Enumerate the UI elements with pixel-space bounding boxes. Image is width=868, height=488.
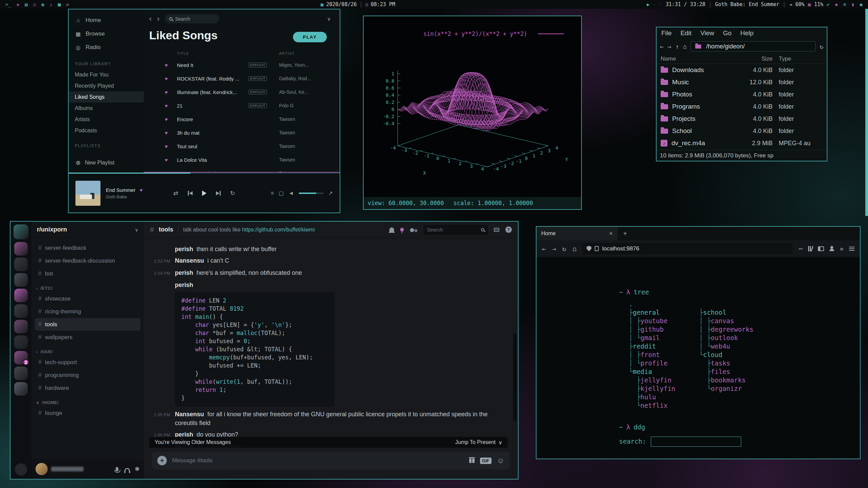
- tree-output-left[interactable]: . ├general │ ├youtube │ ├github │ └gmail…: [629, 300, 675, 410]
- user-menu-caret-icon[interactable]: ∨: [327, 16, 331, 22]
- menu-view[interactable]: View: [700, 29, 714, 37]
- tree-link[interactable]: kjellyfin: [640, 385, 675, 392]
- liked-heart-icon[interactable]: ♥: [140, 187, 143, 193]
- repeat-icon[interactable]: ↻: [230, 190, 235, 197]
- tree-link[interactable]: jellyfin: [640, 376, 671, 384]
- file-row[interactable]: ♪dv_rec.m4a2.9 MiBMPEG-4 au: [657, 137, 827, 149]
- forward-button[interactable]: →: [668, 43, 671, 50]
- topic-link[interactable]: https://github.com/buffet/kiwmi: [242, 227, 315, 232]
- queue-icon[interactable]: ≡: [271, 190, 274, 196]
- column-name[interactable]: Name: [661, 56, 740, 62]
- song-row[interactable]: ♥Tout seulTawsen: [144, 139, 340, 153]
- heart-icon[interactable]: ♥: [165, 76, 177, 82]
- tree-link[interactable]: profile: [640, 359, 667, 367]
- tray-icons[interactable]: ✔◆≋▮◉: [827, 2, 863, 7]
- server-icon[interactable]: [14, 273, 28, 287]
- attach-plus-icon[interactable]: +: [157, 456, 167, 465]
- channel-hardware[interactable]: #hardware: [35, 382, 140, 394]
- heart-icon[interactable]: ♥: [165, 103, 177, 109]
- gif-picker-button[interactable]: GIF: [480, 458, 492, 464]
- help-icon[interactable]: ?: [505, 226, 512, 233]
- file-list-header[interactable]: Name Size Type: [657, 54, 827, 64]
- account-icon[interactable]: [829, 246, 834, 251]
- back-button[interactable]: ←: [660, 43, 664, 50]
- reload-button[interactable]: ↻: [562, 245, 566, 253]
- spotify-search-input[interactable]: Search: [165, 14, 219, 23]
- column-size[interactable]: Size: [740, 56, 779, 62]
- tree-output-right[interactable]: ├school │ ├canvas │ ├degreeworks │ ├outl…: [699, 308, 753, 393]
- sidebar-item-podcasts[interactable]: Podcasts: [69, 125, 144, 136]
- fullscreen-icon[interactable]: ↗: [328, 190, 333, 196]
- viewing-older-messages-bar[interactable]: You're Viewing Older Messages Jump To Pr…: [149, 437, 508, 448]
- server-menu-chevron-icon[interactable]: ∨: [135, 227, 138, 232]
- sidebar-item-recently-played[interactable]: Recently Played: [69, 80, 144, 91]
- file-row[interactable]: Downloads4.0 KiBfolder: [657, 64, 827, 76]
- channel-category[interactable]: ∨/HOME/: [31, 395, 144, 406]
- sidebar-item-home[interactable]: ⌂Home: [69, 14, 144, 27]
- song-row[interactable]: ♥Illuminate (feat. Kendrick...EXPLICITAb…: [144, 85, 340, 99]
- settings-gear-icon[interactable]: ✱: [135, 465, 140, 473]
- files-icon[interactable]: ▤: [25, 2, 27, 7]
- server-icon[interactable]: [14, 382, 28, 396]
- channel-server-feedback-discussion[interactable]: #server-feedback-discussion: [35, 254, 140, 267]
- library-icon[interactable]: [808, 246, 813, 251]
- volume-slider[interactable]: [299, 193, 324, 194]
- forward-button[interactable]: →: [552, 245, 556, 253]
- tree-link[interactable]: hulu: [640, 393, 656, 401]
- channel-server-feedback[interactable]: #server-feedback: [35, 242, 140, 254]
- sidebar-item-albums[interactable]: Albums: [69, 103, 144, 114]
- tree-link[interactable]: youtube: [640, 317, 667, 325]
- headphones-icon[interactable]: [124, 468, 130, 471]
- globe-icon[interactable]: ◍: [41, 2, 44, 7]
- tree-link[interactable]: front: [640, 351, 660, 358]
- surface-plot[interactable]: -0.4-0.200.20.40.60.81-4-3-2-101234-4-3-…: [364, 16, 581, 197]
- add-server-button[interactable]: [15, 463, 27, 475]
- menu-go[interactable]: Go: [723, 29, 731, 37]
- tree-link[interactable]: web4u: [711, 342, 730, 350]
- heart-icon[interactable]: ♥: [165, 62, 177, 68]
- channel-tech-support[interactable]: #tech-support: [35, 356, 140, 369]
- server-icon[interactable]: [14, 258, 28, 271]
- sidebar-item-artists[interactable]: Artists: [69, 114, 144, 125]
- song-row[interactable]: ♥ROCKSTAR (feat. Roddy ...EXPLICITDaBaby…: [144, 72, 340, 85]
- up-button[interactable]: ↑: [676, 43, 679, 50]
- tree-link[interactable]: gmail: [640, 334, 660, 341]
- inbox-icon[interactable]: [494, 228, 499, 232]
- column-type[interactable]: Type: [779, 56, 823, 62]
- server-icon[interactable]: [14, 304, 28, 318]
- reload-button[interactable]: ↻: [820, 43, 823, 50]
- tree-link[interactable]: files: [711, 368, 730, 375]
- path-input[interactable]: /home/gideon/: [691, 41, 816, 51]
- home-button[interactable]: ⌂: [683, 43, 687, 50]
- play-icon[interactable]: ▶: [647, 2, 649, 7]
- file-row[interactable]: Music12.0 KiBfolder: [657, 76, 827, 88]
- ddg-search-input[interactable]: [651, 437, 741, 447]
- back-button[interactable]: ←: [542, 245, 546, 253]
- channel-tools[interactable]: #tools: [35, 318, 140, 331]
- volume-icon[interactable]: ◄: [789, 2, 792, 7]
- menu-edit[interactable]: Edit: [681, 29, 692, 37]
- member-list-icon[interactable]: [410, 227, 417, 232]
- server-icon[interactable]: [14, 320, 28, 333]
- file-row[interactable]: Programs4.0 KiBfolder: [657, 101, 827, 113]
- tree-link[interactable]: canvas: [711, 317, 734, 325]
- song-row[interactable]: ♥3h du matTawsen: [144, 126, 340, 139]
- heart-icon[interactable]: ♥: [165, 143, 177, 149]
- sidebar-item-made-for-you[interactable]: Made For You: [69, 69, 144, 80]
- tree-link[interactable]: degreeworks: [711, 326, 753, 333]
- more-tools-icon[interactable]: ⋯: [799, 245, 803, 253]
- server-icon[interactable]: [14, 335, 28, 349]
- heart-icon[interactable]: ♥: [165, 130, 177, 136]
- server-icon[interactable]: 2: [14, 351, 28, 364]
- tree-link[interactable]: organizr: [711, 385, 742, 392]
- pinned-messages-icon[interactable]: [400, 228, 404, 231]
- topbar-launcher-icons[interactable]: >_✚▤⌂◍↓▩✉: [5, 2, 69, 7]
- new-tab-button[interactable]: +: [618, 230, 633, 238]
- url-bar[interactable]: localhost:9876: [583, 243, 793, 254]
- sidebar-item-liked-songs[interactable]: Liked Songs: [69, 91, 144, 103]
- emoji-picker-icon[interactable]: ☺: [497, 456, 504, 465]
- heart-icon[interactable]: ♥: [165, 116, 177, 122]
- chat-scrollbar[interactable]: [513, 333, 517, 421]
- notifications-bell-icon[interactable]: [389, 227, 394, 232]
- tree-link[interactable]: netflix: [640, 402, 667, 409]
